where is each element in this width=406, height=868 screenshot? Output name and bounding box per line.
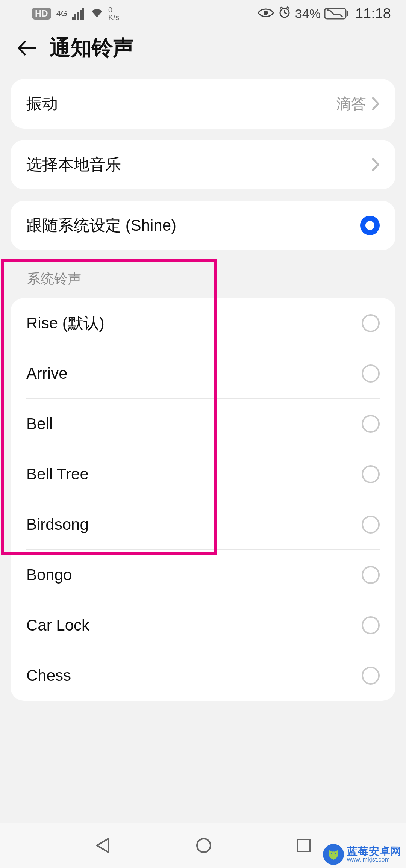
svg-line-4: [280, 7, 282, 8]
wifi-icon: [90, 6, 104, 21]
radio-empty-icon: [362, 516, 380, 534]
watermark-logo-icon: [323, 844, 344, 865]
ringtone-label: Chess: [26, 667, 71, 685]
battery-percent: 34%: [295, 6, 321, 21]
local-music-row[interactable]: 选择本地音乐: [11, 140, 395, 189]
radio-empty-icon: [362, 667, 380, 685]
ringtone-row[interactable]: Rise (默认): [11, 298, 395, 348]
watermark-title: 蓝莓安卓网: [347, 846, 401, 857]
hd-badge-icon: HD: [32, 8, 51, 20]
local-music-card: 选择本地音乐: [11, 140, 395, 189]
page-header: 通知铃声: [0, 27, 406, 79]
radio-empty-icon: [362, 465, 380, 483]
svg-rect-7: [347, 11, 348, 16]
signal-icon: [72, 8, 84, 20]
radio-empty-icon: [362, 566, 380, 584]
nav-recent-icon[interactable]: [295, 837, 312, 854]
svg-point-10: [197, 839, 211, 852]
svg-marker-9: [97, 839, 108, 852]
radio-empty-icon: [362, 415, 380, 433]
status-right: 34% 11:18: [258, 5, 391, 22]
ringtone-row[interactable]: Bongo: [11, 550, 395, 600]
watermark: 蓝莓安卓网 www.lmkjst.com: [321, 843, 404, 866]
vibration-card: 振动 滴答: [11, 79, 395, 129]
ringtone-list-card: Rise (默认) Arrive Bell Bell Tree Birdsong…: [11, 298, 395, 701]
ringtone-row[interactable]: Bell Tree: [11, 449, 395, 499]
nav-back-icon[interactable]: [94, 836, 112, 854]
ringtone-label: Bell Tree: [26, 465, 89, 483]
ringtone-row[interactable]: Chess: [11, 650, 395, 701]
network-type: 4G: [56, 9, 67, 18]
ringtone-row[interactable]: Car Lock: [11, 600, 395, 650]
radio-empty-icon: [362, 616, 380, 634]
nav-home-icon[interactable]: [195, 836, 213, 854]
ringtone-row[interactable]: Arrive: [11, 348, 395, 399]
vibration-label: 振动: [26, 93, 58, 114]
ringtone-row[interactable]: Birdsong: [11, 499, 395, 550]
network-speed: 0 K/s: [108, 6, 119, 21]
radio-empty-icon: [362, 314, 380, 332]
status-bar: HD 4G 0 K/s 34% 11:18: [0, 0, 406, 27]
battery-icon: [324, 7, 349, 20]
watermark-url: www.lmkjst.com: [347, 857, 401, 863]
alarm-icon: [278, 5, 291, 22]
eye-icon: [258, 6, 274, 21]
system-ringtones-section-title: 系统铃声: [0, 262, 406, 298]
vibration-value: 滴答: [336, 94, 366, 114]
page-title: 通知铃声: [50, 34, 134, 62]
ringtone-label: Rise (默认): [26, 313, 105, 334]
svg-line-3: [285, 13, 287, 14]
follow-system-row[interactable]: 跟随系统设定 (Shine): [11, 201, 395, 250]
follow-system-card: 跟随系统设定 (Shine): [11, 201, 395, 250]
ringtone-row[interactable]: Bell: [11, 399, 395, 449]
svg-point-0: [264, 11, 268, 15]
radio-empty-icon: [362, 364, 380, 383]
chevron-right-icon: [371, 97, 380, 111]
chevron-right-icon: [371, 157, 380, 172]
back-arrow-icon[interactable]: [17, 39, 37, 57]
ringtone-label: Bell: [26, 415, 53, 433]
clock-time: 11:18: [355, 6, 391, 22]
svg-rect-11: [298, 839, 310, 851]
radio-selected-icon: [360, 216, 380, 235]
vibration-row[interactable]: 振动 滴答: [11, 79, 395, 129]
follow-system-label: 跟随系统设定 (Shine): [26, 215, 176, 236]
svg-point-13: [335, 853, 336, 854]
ringtone-label: Arrive: [26, 364, 68, 383]
svg-line-5: [287, 7, 289, 8]
ringtone-label: Birdsong: [26, 516, 89, 534]
status-left: HD 4G 0 K/s: [32, 6, 119, 21]
ringtone-label: Bongo: [26, 566, 72, 584]
ringtone-label: Car Lock: [26, 616, 89, 634]
svg-point-12: [331, 853, 332, 854]
local-music-label: 选择本地音乐: [26, 154, 121, 175]
